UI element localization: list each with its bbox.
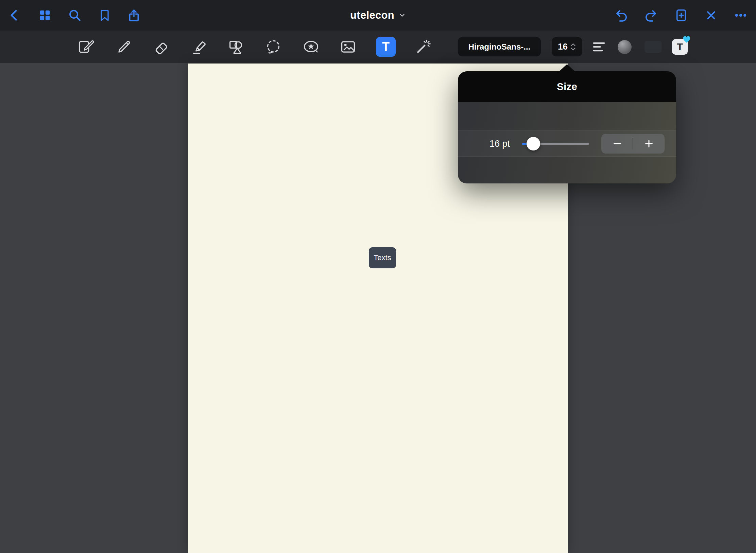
share-button[interactable] — [124, 6, 143, 25]
grid-icon — [38, 8, 52, 22]
eraser-icon — [153, 38, 170, 56]
font-button-label: HiraginoSans-... — [468, 42, 531, 52]
document-edit-icon — [77, 38, 94, 56]
lasso-icon — [264, 38, 282, 56]
size-slider[interactable] — [522, 130, 589, 157]
background-swatch[interactable] — [645, 41, 662, 53]
elements-sticker-icon — [302, 38, 320, 56]
tool-highlighter[interactable] — [190, 37, 209, 56]
font-button[interactable]: HiraginoSans-... — [458, 37, 541, 56]
tool-shapes[interactable] — [226, 37, 245, 56]
back-button[interactable] — [5, 6, 24, 25]
tool-elements[interactable] — [302, 37, 321, 56]
size-button-label: 16 — [558, 41, 568, 52]
popover-arrow — [559, 64, 575, 72]
tool-document-edit[interactable] — [76, 37, 95, 56]
stepper-divider — [633, 138, 633, 149]
search-button[interactable] — [65, 6, 84, 25]
plus-icon — [643, 138, 655, 149]
size-popover: Size 16 pt — [458, 71, 676, 183]
document-title-button[interactable]: utelecon — [350, 0, 406, 31]
text-align-button[interactable] — [589, 37, 608, 56]
tool-lasso[interactable] — [264, 37, 283, 56]
size-button[interactable]: 16 — [552, 37, 582, 56]
add-page-button[interactable] — [672, 6, 691, 25]
chevron-down-icon — [398, 12, 406, 19]
share-icon — [127, 8, 141, 22]
canvas-text-object-label: Texts — [374, 253, 391, 262]
more-button[interactable] — [731, 6, 750, 25]
text-style-icon: T — [672, 39, 688, 55]
add-page-icon — [674, 8, 688, 22]
search-icon — [68, 8, 82, 22]
close-button[interactable] — [702, 6, 721, 25]
increase-size-button[interactable] — [633, 134, 665, 154]
chevron-left-icon — [8, 8, 21, 22]
color-swatch-icon — [618, 40, 632, 54]
text-tool-icon: T — [382, 40, 390, 54]
size-value-label: 16 pt — [478, 130, 510, 157]
tool-eraser[interactable] — [152, 37, 171, 56]
tool-laser-pointer[interactable] — [414, 37, 433, 56]
undo-icon — [614, 8, 629, 22]
color-swatch-button[interactable] — [615, 37, 634, 56]
thumbnails-button[interactable] — [35, 6, 54, 25]
pen-icon — [115, 38, 133, 56]
decrease-size-button[interactable] — [601, 134, 633, 154]
redo-icon — [644, 8, 658, 22]
more-icon — [734, 8, 748, 22]
tool-image[interactable] — [339, 37, 358, 56]
size-popover-header: Size — [458, 71, 676, 102]
page-title: utelecon — [350, 9, 394, 21]
top-navigation-bar: utelecon — [0, 0, 756, 31]
shapes-icon — [227, 38, 245, 56]
size-slider-row: 16 pt — [458, 130, 676, 157]
chevron-up-down-icon — [570, 42, 576, 51]
undo-button[interactable] — [612, 6, 631, 25]
size-stepper — [601, 134, 665, 154]
image-icon — [339, 38, 357, 56]
editing-toolbar: T HiraginoSans-... 16 T — [0, 31, 756, 63]
bookmark-button[interactable] — [95, 6, 114, 25]
size-popover-body: 16 pt — [458, 102, 676, 183]
size-popover-title: Size — [557, 81, 577, 92]
text-align-icon — [591, 39, 607, 55]
text-style-favorites-button[interactable]: T — [670, 37, 689, 56]
laser-pointer-icon — [414, 38, 432, 56]
highlighter-icon — [190, 38, 208, 56]
heart-icon — [682, 35, 691, 43]
close-icon — [704, 8, 718, 22]
canvas-text-object[interactable]: Texts — [369, 247, 396, 268]
size-slider-thumb[interactable] — [527, 137, 540, 150]
minus-icon — [612, 138, 623, 149]
bookmark-icon — [98, 8, 111, 22]
tool-pen[interactable] — [115, 37, 134, 56]
redo-button[interactable] — [641, 6, 660, 25]
tool-text-selected[interactable]: T — [376, 37, 396, 57]
